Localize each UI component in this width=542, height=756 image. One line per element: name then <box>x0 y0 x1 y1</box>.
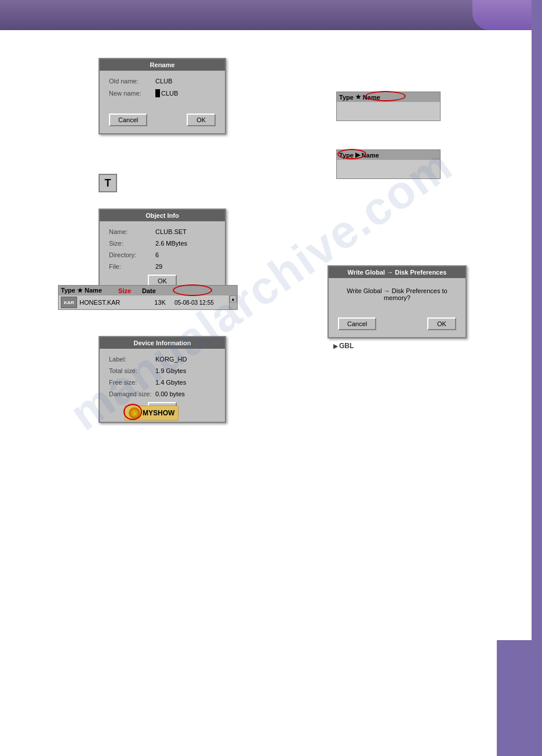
new-name-label: New name: <box>109 90 155 97</box>
gbl-arrow: ▶ <box>333 343 338 349</box>
obj-name-label: Name: <box>109 228 155 235</box>
type-name-panel-2: Type ▶ Name <box>336 149 441 179</box>
t-icon-label: T <box>105 177 111 189</box>
dev-damaged-label: Damaged size: <box>109 390 155 397</box>
file-list-header: Type ★ Name Size Date <box>59 286 237 295</box>
dev-label-label: Label: <box>109 356 155 363</box>
obj-directory-value: 6 <box>155 251 159 258</box>
top-header-bar <box>0 0 542 30</box>
obj-size-value: 2.6 MBytes <box>155 240 187 247</box>
scroll-up-arrow[interactable]: ▲ <box>230 295 237 302</box>
rename-cancel-button[interactable]: Cancel <box>109 114 147 126</box>
gbl-text-value: GBL <box>339 342 354 350</box>
file-name: HONEST.KAR <box>79 299 145 306</box>
type-label-2: Type <box>339 152 354 159</box>
myshow-icon-svg: ♪ <box>130 409 139 417</box>
type-name-row-1b <box>337 111 440 120</box>
type-name-row-2b <box>337 169 440 178</box>
type-name-header-2: Type ▶ Name <box>337 150 440 160</box>
col-size-header: Size <box>107 287 142 294</box>
arrow-1: ★ <box>355 93 361 101</box>
myshow-label-text: MYSHOW <box>143 409 174 417</box>
type-name-panel-1: Type ★ Name <box>336 92 441 121</box>
old-name-label: Old name: <box>109 78 155 85</box>
obj-directory-label: Directory: <box>109 251 155 258</box>
col-date-header: Date <box>142 287 194 294</box>
new-name-value: CLUB <box>161 90 178 97</box>
col-type-header: Type ★ Name <box>61 287 107 294</box>
dev-total-label: Total size: <box>109 367 155 374</box>
name-label-2: Name <box>362 152 379 159</box>
new-name-input-container[interactable]: CLUB <box>155 89 178 97</box>
myshow-item[interactable]: ♪ MYSHOW <box>125 406 179 421</box>
object-info-dialog: Object Info Name: CLUB.SET Size: 2.6 MBy… <box>99 209 226 295</box>
myshow-icon: ♪ <box>129 407 140 419</box>
dev-free-value: 1.4 Gbytes <box>155 379 186 386</box>
device-info-title: Device Information <box>100 337 225 349</box>
rename-ok-button[interactable]: OK <box>187 114 216 126</box>
right-stripe <box>532 0 542 756</box>
dev-total-value: 1.9 Gbytes <box>155 367 186 374</box>
gbl-label: ▶GBL <box>333 342 354 350</box>
obj-name-value: CLUB.SET <box>155 228 187 235</box>
write-global-ok-button[interactable]: OK <box>427 317 456 330</box>
file-type-icon: KAR <box>61 297 77 308</box>
write-global-message: Write Global → Disk Preferences to memor… <box>336 287 459 301</box>
rename-dialog-title: Rename <box>100 59 225 71</box>
svg-text:♪: ♪ <box>133 411 136 416</box>
write-global-dialog: Write Global → Disk Preferences Write Gl… <box>328 265 467 338</box>
file-list-row[interactable]: KAR HONEST.KAR 13K 05-08-03 12:55 <box>59 295 237 309</box>
file-list-panel: Type ★ Name Size Date KAR HONEST.KAR 13K… <box>58 285 238 310</box>
object-info-title: Object Info <box>100 210 225 221</box>
file-size: 13K <box>145 299 174 306</box>
type-name-row-2a <box>337 160 440 169</box>
rename-dialog: Rename Old name: CLUB New name: CLUB Can… <box>99 58 226 134</box>
file-date: 05-08-03 12:55 <box>174 300 227 306</box>
t-icon: T <box>99 174 117 192</box>
dev-free-label: Free size: <box>109 379 155 386</box>
obj-file-label: File: <box>109 263 155 270</box>
bottom-purple-tab <box>497 640 532 756</box>
dev-damaged-value: 0.00 bytes <box>155 390 185 397</box>
type-name-header-1: Type ★ Name <box>337 92 440 102</box>
obj-file-value: 29 <box>155 263 162 270</box>
arrow-2: ▶ <box>355 151 360 159</box>
dev-label-value: KORG_HD <box>155 356 187 363</box>
type-label-1: Type <box>339 94 354 101</box>
name-label-1: Name <box>363 94 380 101</box>
text-cursor <box>155 89 160 97</box>
write-global-title: Write Global → Disk Preferences <box>329 266 465 278</box>
obj-size-label: Size: <box>109 240 155 247</box>
write-global-cancel-button[interactable]: Cancel <box>338 317 376 330</box>
old-name-value: CLUB <box>155 78 172 85</box>
type-name-row-1a <box>337 102 440 111</box>
